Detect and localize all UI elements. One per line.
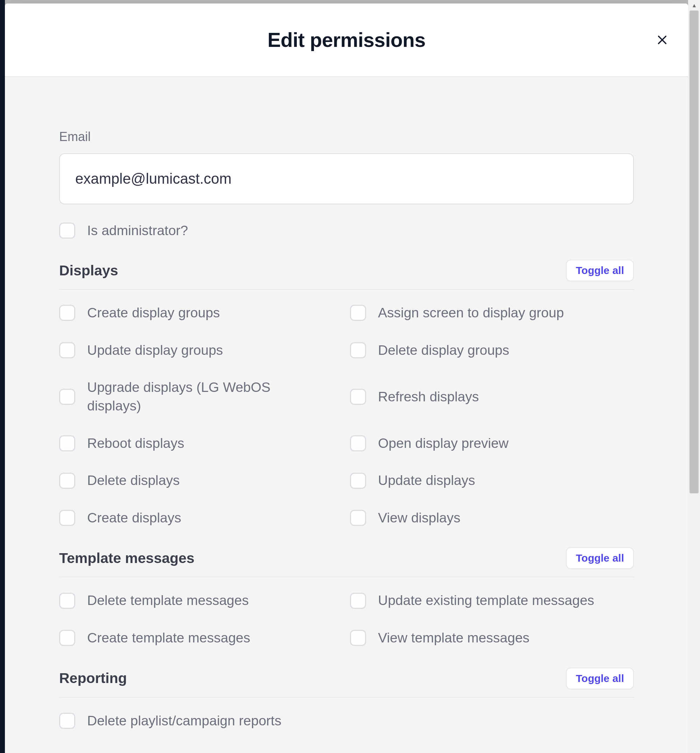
- perm-assign-screen-to-display-group: Assign screen to display group: [350, 304, 634, 322]
- toggle-all-template-messages-button[interactable]: Toggle all: [566, 547, 634, 569]
- perm-update-displays: Update displays: [350, 471, 634, 490]
- perm-create-display-groups: Create display groups: [59, 304, 343, 322]
- checkbox-delete-template-messages[interactable]: [59, 593, 75, 609]
- close-icon: [656, 34, 669, 46]
- label-upgrade-displays-lg-webos: Upgrade displays (LG WebOS displays): [87, 378, 325, 415]
- is-administrator-label: Is administrator?: [87, 223, 188, 238]
- scrollbar-track[interactable]: ▴: [688, 0, 700, 753]
- perm-create-template-messages: Create template messages: [59, 629, 343, 647]
- viewport: Edit permissions Email Is administrator?…: [0, 0, 700, 753]
- perm-view-displays: View displays: [350, 509, 634, 527]
- label-update-display-groups: Update display groups: [87, 341, 223, 360]
- reporting-permissions-grid: Delete playlist/campaign reports: [59, 712, 634, 730]
- perm-delete-playlist-campaign-reports: Delete playlist/campaign reports: [59, 712, 343, 730]
- checkbox-delete-display-groups[interactable]: [350, 342, 366, 358]
- checkbox-assign-screen-to-display-group[interactable]: [350, 305, 366, 321]
- label-update-existing-template-messages: Update existing template messages: [378, 591, 594, 610]
- section-reporting-title: Reporting: [59, 670, 127, 686]
- checkbox-open-display-preview[interactable]: [350, 435, 366, 451]
- label-delete-displays: Delete displays: [87, 471, 180, 490]
- label-open-display-preview: Open display preview: [378, 434, 509, 453]
- perm-update-display-groups: Update display groups: [59, 341, 343, 360]
- perm-delete-template-messages: Delete template messages: [59, 591, 343, 610]
- checkbox-view-displays[interactable]: [350, 510, 366, 526]
- checkbox-refresh-displays[interactable]: [350, 389, 366, 405]
- checkbox-view-template-messages[interactable]: [350, 630, 366, 646]
- dialog-body: Email Is administrator? Displays Toggle …: [5, 77, 688, 753]
- toggle-all-displays-button[interactable]: Toggle all: [566, 259, 634, 281]
- template-messages-permissions-grid: Delete template messages Update existing…: [59, 591, 634, 647]
- label-assign-screen-to-display-group: Assign screen to display group: [378, 304, 564, 322]
- section-displays-header: Displays Toggle all: [59, 259, 634, 290]
- perm-delete-display-groups: Delete display groups: [350, 341, 634, 360]
- section-template-messages: Template messages Toggle all Delete temp…: [59, 547, 634, 647]
- checkbox-delete-playlist-campaign-reports[interactable]: [59, 713, 75, 729]
- section-template-messages-header: Template messages Toggle all: [59, 547, 634, 577]
- label-view-template-messages: View template messages: [378, 629, 530, 647]
- checkbox-update-existing-template-messages[interactable]: [350, 593, 366, 609]
- administrator-row: Is administrator?: [59, 223, 634, 239]
- section-template-messages-title: Template messages: [59, 550, 195, 567]
- scrollbar-arrow-up-icon[interactable]: ▴: [688, 0, 700, 11]
- scrollbar-thumb[interactable]: [689, 11, 698, 494]
- checkbox-create-template-messages[interactable]: [59, 630, 75, 646]
- perm-view-template-messages: View template messages: [350, 629, 634, 647]
- label-create-displays: Create displays: [87, 509, 181, 527]
- perm-upgrade-displays-lg-webos: Upgrade displays (LG WebOS displays): [59, 378, 343, 415]
- section-reporting-header: Reporting Toggle all: [59, 668, 634, 698]
- label-create-display-groups: Create display groups: [87, 304, 220, 322]
- perm-open-display-preview: Open display preview: [350, 434, 634, 453]
- perm-delete-displays: Delete displays: [59, 471, 343, 490]
- checkbox-reboot-displays[interactable]: [59, 435, 75, 451]
- toggle-all-reporting-button[interactable]: Toggle all: [566, 668, 634, 689]
- email-label: Email: [59, 130, 634, 144]
- label-update-displays: Update displays: [378, 471, 475, 490]
- section-displays: Displays Toggle all Create display group…: [59, 259, 634, 527]
- label-reboot-displays: Reboot displays: [87, 434, 184, 453]
- checkbox-update-display-groups[interactable]: [59, 342, 75, 358]
- checkbox-delete-displays[interactable]: [59, 473, 75, 489]
- close-button[interactable]: [654, 31, 670, 48]
- label-refresh-displays: Refresh displays: [378, 388, 479, 406]
- checkbox-create-display-groups[interactable]: [59, 305, 75, 321]
- displays-permissions-grid: Create display groups Assign screen to d…: [59, 304, 634, 527]
- checkbox-create-displays[interactable]: [59, 510, 75, 526]
- email-field[interactable]: [59, 153, 634, 204]
- label-delete-playlist-campaign-reports: Delete playlist/campaign reports: [87, 712, 281, 730]
- label-create-template-messages: Create template messages: [87, 629, 250, 647]
- checkbox-upgrade-displays-lg-webos[interactable]: [59, 389, 75, 405]
- perm-update-existing-template-messages: Update existing template messages: [350, 591, 634, 610]
- backdrop-left-strip: [0, 0, 5, 753]
- edit-permissions-dialog: Edit permissions Email Is administrator?…: [5, 3, 688, 753]
- is-administrator-checkbox[interactable]: [59, 223, 75, 239]
- label-delete-display-groups: Delete display groups: [378, 341, 509, 360]
- label-view-displays: View displays: [378, 509, 461, 527]
- label-delete-template-messages: Delete template messages: [87, 591, 249, 610]
- checkbox-update-displays[interactable]: [350, 473, 366, 489]
- section-reporting: Reporting Toggle all Delete playlist/cam…: [59, 668, 634, 730]
- perm-create-displays: Create displays: [59, 509, 343, 527]
- dialog-header: Edit permissions: [5, 3, 688, 77]
- section-displays-title: Displays: [59, 262, 118, 279]
- perm-reboot-displays: Reboot displays: [59, 434, 343, 453]
- dialog-title: Edit permissions: [267, 28, 425, 52]
- perm-refresh-displays: Refresh displays: [350, 378, 634, 415]
